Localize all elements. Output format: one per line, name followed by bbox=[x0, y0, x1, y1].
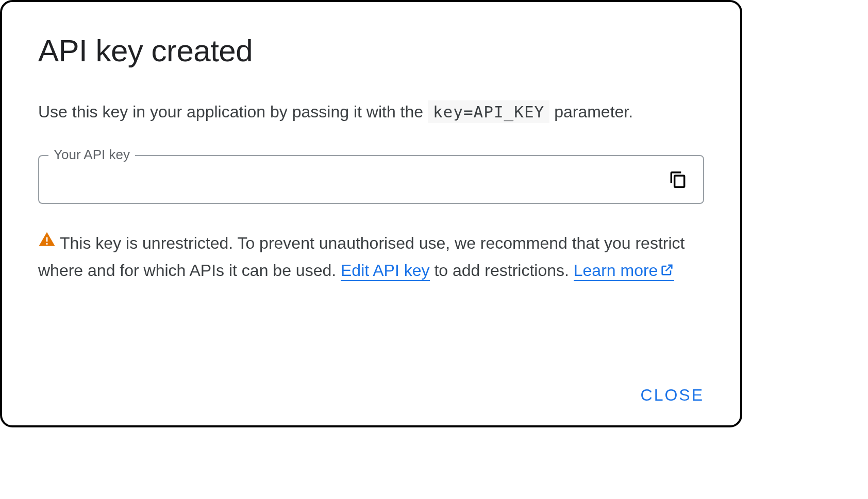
api-key-field-container: Your API key bbox=[38, 155, 704, 204]
warning-message: This key is unrestricted. To prevent una… bbox=[38, 230, 704, 285]
warning-icon bbox=[38, 229, 56, 256]
learn-more-link[interactable]: Learn more bbox=[574, 261, 675, 281]
code-parameter: key=API_KEY bbox=[428, 100, 549, 123]
svg-rect-1 bbox=[46, 237, 48, 242]
api-key-field-label: Your API key bbox=[48, 147, 135, 163]
svg-rect-2 bbox=[46, 243, 48, 245]
close-button[interactable]: CLOSE bbox=[641, 386, 704, 405]
copy-icon[interactable] bbox=[668, 170, 688, 190]
description-before: Use this key in your application by pass… bbox=[38, 102, 428, 121]
dialog-title: API key created bbox=[38, 33, 704, 68]
learn-more-text: Learn more bbox=[574, 261, 658, 280]
api-key-field[interactable] bbox=[38, 155, 704, 204]
external-link-icon bbox=[660, 258, 674, 285]
edit-api-key-link[interactable]: Edit API key bbox=[341, 261, 430, 281]
api-key-created-dialog: API key created Use this key in your app… bbox=[0, 0, 742, 427]
svg-rect-0 bbox=[675, 176, 685, 187]
description-text: Use this key in your application by pass… bbox=[38, 99, 704, 124]
description-after: parameter. bbox=[549, 102, 633, 121]
warning-text-2: to add restrictions. bbox=[430, 261, 574, 280]
